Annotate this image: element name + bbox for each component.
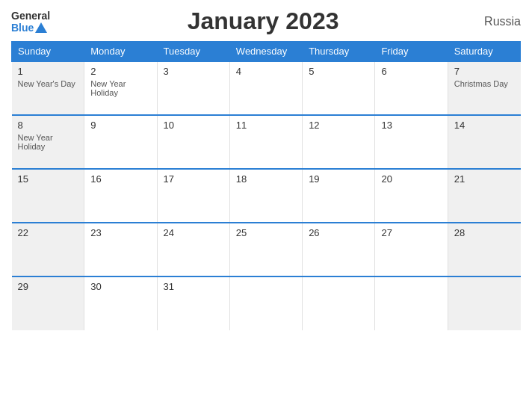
calendar-week-row: 1New Year's Day2New Year Holiday34567Chr… — [12, 61, 521, 115]
logo: General Blue — [11, 10, 50, 34]
table-row: 27 — [375, 223, 448, 276]
holiday-label: New Year Holiday — [18, 133, 78, 151]
col-monday: Monday — [84, 42, 157, 62]
table-row — [448, 276, 520, 330]
table-row: 22 — [12, 223, 84, 276]
holiday-label: New Year's Day — [18, 79, 78, 88]
page-title: January 2023 — [50, 7, 476, 35]
table-row: 7Christmas Day — [448, 61, 520, 115]
day-number: 29 — [18, 281, 78, 292]
table-row: 4 — [229, 61, 302, 115]
day-number: 22 — [18, 227, 78, 238]
table-row — [229, 276, 302, 330]
col-tuesday: Tuesday — [157, 42, 229, 62]
day-number: 15 — [18, 173, 78, 185]
table-row: 9 — [84, 115, 157, 169]
table-row: 13 — [375, 115, 448, 169]
table-row: 16 — [84, 169, 157, 223]
day-number: 1 — [18, 66, 78, 77]
table-row: 17 — [157, 169, 229, 223]
calendar-week-row: 8New Year Holiday91011121314 — [12, 115, 521, 169]
day-number: 28 — [454, 227, 515, 238]
table-row: 20 — [375, 169, 448, 223]
holiday-label: Christmas Day — [454, 79, 515, 88]
col-thursday: Thursday — [303, 42, 375, 62]
day-number: 27 — [381, 227, 441, 238]
day-number: 26 — [309, 227, 368, 238]
day-number: 23 — [90, 227, 150, 238]
calendar-week-row: 15161718192021 — [12, 169, 521, 223]
table-row — [303, 276, 375, 330]
table-row: 26 — [303, 223, 375, 276]
day-number: 10 — [164, 120, 223, 131]
logo-blue-text: Blue — [11, 22, 47, 34]
table-row: 24 — [157, 223, 229, 276]
table-row: 23 — [84, 223, 157, 276]
calendar-table: Sunday Monday Tuesday Wednesday Thursday… — [11, 41, 521, 330]
day-number: 13 — [381, 120, 441, 131]
day-number: 4 — [236, 66, 296, 77]
table-row: 29 — [12, 276, 84, 330]
day-number: 19 — [309, 173, 368, 185]
table-row: 8New Year Holiday — [12, 115, 84, 169]
table-row: 31 — [157, 276, 229, 330]
day-number: 14 — [454, 120, 515, 131]
calendar-week-row: 22232425262728 — [12, 223, 521, 276]
day-number: 25 — [236, 227, 296, 238]
table-row — [375, 276, 448, 330]
header: General Blue January 2023 Russia — [11, 7, 521, 35]
table-row: 3 — [157, 61, 229, 115]
day-number: 9 — [90, 120, 150, 131]
day-number: 7 — [454, 66, 515, 77]
day-number: 2 — [90, 66, 150, 77]
day-number: 18 — [236, 173, 296, 185]
table-row: 11 — [229, 115, 302, 169]
table-row: 10 — [157, 115, 229, 169]
day-number: 24 — [164, 227, 223, 238]
table-row: 6 — [375, 61, 448, 115]
day-number: 5 — [309, 66, 368, 77]
calendar-header-row: Sunday Monday Tuesday Wednesday Thursday… — [12, 42, 521, 62]
holiday-label: New Year Holiday — [90, 79, 150, 97]
country-label: Russia — [476, 15, 521, 28]
col-sunday: Sunday — [12, 42, 84, 62]
table-row: 14 — [448, 115, 520, 169]
col-saturday: Saturday — [448, 42, 520, 62]
day-number: 11 — [236, 120, 296, 131]
day-number: 3 — [164, 66, 223, 77]
table-row: 25 — [229, 223, 302, 276]
day-number: 8 — [18, 120, 78, 131]
logo-general-text: General — [11, 10, 50, 22]
calendar-page: General Blue January 2023 Russia Sunday … — [0, 0, 532, 411]
table-row: 12 — [303, 115, 375, 169]
col-wednesday: Wednesday — [229, 42, 302, 62]
table-row: 1New Year's Day — [12, 61, 84, 115]
table-row: 28 — [448, 223, 520, 276]
table-row: 5 — [303, 61, 375, 115]
table-row: 30 — [84, 276, 157, 330]
table-row: 2New Year Holiday — [84, 61, 157, 115]
calendar-week-row: 293031 — [12, 276, 521, 330]
table-row: 21 — [448, 169, 520, 223]
table-row: 18 — [229, 169, 302, 223]
logo-triangle-icon — [35, 22, 47, 33]
day-number: 12 — [309, 120, 368, 131]
day-number: 17 — [164, 173, 223, 185]
day-number: 21 — [454, 173, 515, 185]
day-number: 20 — [381, 173, 441, 185]
day-number: 31 — [164, 281, 223, 292]
day-number: 16 — [90, 173, 150, 185]
day-number: 6 — [381, 66, 441, 77]
col-friday: Friday — [375, 42, 448, 62]
table-row: 19 — [303, 169, 375, 223]
table-row: 15 — [12, 169, 84, 223]
day-number: 30 — [90, 281, 150, 292]
